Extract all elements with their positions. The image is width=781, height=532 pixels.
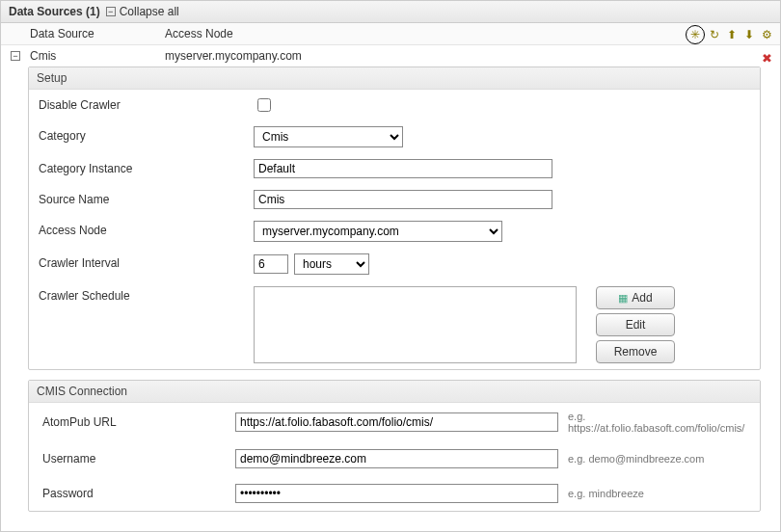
remove-button[interactable]: Remove <box>596 340 675 363</box>
row-expander-icon[interactable]: − <box>11 51 20 61</box>
column-header-data-source: Data Source <box>30 27 165 40</box>
export-icon[interactable]: ⬇ <box>741 27 757 42</box>
username-label: Username <box>42 452 235 466</box>
category-instance-input[interactable] <box>254 159 552 178</box>
password-label: Password <box>42 487 235 500</box>
crawler-schedule-textarea[interactable] <box>254 286 577 363</box>
setup-section: Setup Disable Crawler Category Cmis Cate… <box>28 66 761 370</box>
crawler-interval-label: Crawler Interval <box>39 253 246 270</box>
data-source-row[interactable]: − Cmis myserver.mycompany.com ✖ <box>1 45 780 66</box>
panel-header: Data Sources (1) − Collapse all <box>1 1 780 23</box>
edit-button[interactable]: Edit <box>596 313 675 336</box>
column-header-access-node: Access Node <box>165 27 776 40</box>
crawler-schedule-label: Crawler Schedule <box>39 286 246 303</box>
collapse-all-toggle[interactable]: − Collapse all <box>106 5 179 18</box>
source-name-input[interactable] <box>254 190 552 209</box>
password-input[interactable] <box>235 484 558 503</box>
username-input[interactable] <box>235 449 558 468</box>
access-node-select[interactable]: myserver.mycompany.com <box>254 221 502 242</box>
category-instance-label: Category Instance <box>39 159 246 175</box>
refresh-icon[interactable]: ↻ <box>707 27 722 42</box>
add-data-source-highlight: ✳ <box>686 25 705 44</box>
import-icon[interactable]: ⬆ <box>724 27 740 42</box>
cmis-legend: CMIS Connection <box>29 381 760 403</box>
disable-crawler-checkbox[interactable] <box>257 98 271 112</box>
minus-icon: − <box>106 7 116 16</box>
disable-crawler-label: Disable Crawler <box>39 95 246 112</box>
atompub-url-hint: e.g. https://at.folio.fabasoft.com/folio… <box>568 411 732 434</box>
data-sources-panel: Data Sources (1) − Collapse all Data Sou… <box>0 0 781 532</box>
source-name-label: Source Name <box>39 190 246 206</box>
setup-legend: Setup <box>29 67 760 90</box>
cmis-connection-section: CMIS Connection AtomPub URL e.g. https:/… <box>28 380 761 512</box>
add-grid-icon: ▦ <box>618 292 628 305</box>
add-plus-icon[interactable]: ✳ <box>687 27 703 42</box>
crawler-interval-unit[interactable]: hours <box>294 253 369 275</box>
delete-row-icon[interactable]: ✖ <box>762 51 772 66</box>
password-hint: e.g. mindbreeze <box>568 488 644 499</box>
schedule-buttons: ▦ Add Edit Remove <box>596 286 675 363</box>
row-name: Cmis <box>30 49 165 63</box>
category-select[interactable]: Cmis <box>254 126 403 147</box>
access-node-label: Access Node <box>39 221 246 237</box>
collapse-all-label: Collapse all <box>120 5 179 18</box>
crawler-interval-value[interactable] <box>254 254 288 274</box>
atompub-url-label: AtomPub URL <box>42 415 235 429</box>
toolbar-icons: ✳ ↻ ⬆ ⬇ ⚙ <box>686 25 774 44</box>
panel-title: Data Sources (1) <box>9 5 100 18</box>
atompub-url-input[interactable] <box>235 412 558 432</box>
add-button[interactable]: ▦ Add <box>596 286 675 309</box>
username-hint: e.g. demo@mindbreeze.com <box>568 453 704 465</box>
category-label: Category <box>39 126 246 143</box>
row-access-node: myserver.mycompany.com <box>165 49 302 63</box>
settings-icon[interactable]: ⚙ <box>759 27 774 42</box>
columns-header: Data Source Access Node ✳ ↻ ⬆ ⬇ ⚙ <box>1 23 780 45</box>
